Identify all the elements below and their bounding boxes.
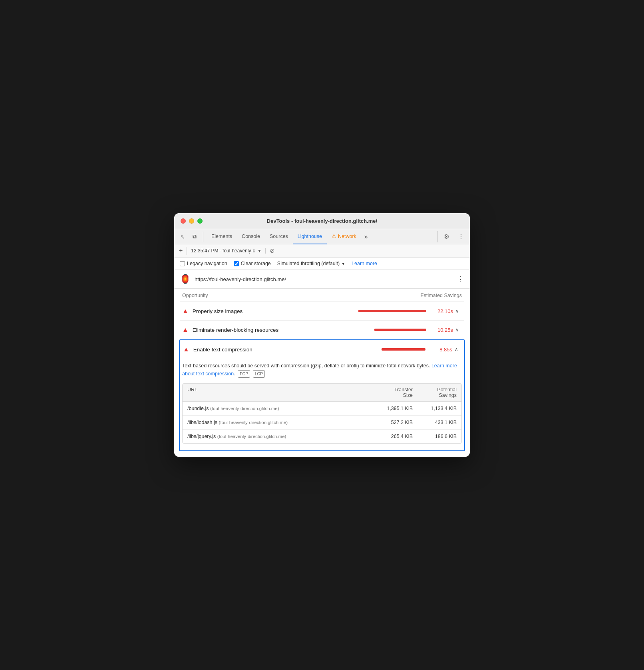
tab-elements-label: Elements	[211, 234, 232, 239]
legacy-nav-checkbox[interactable]	[180, 261, 185, 266]
secondary-toolbar: + 12:35:47 PM - foul-heavenly-c ▼ ⊘	[174, 244, 470, 258]
url-menu-button[interactable]: ⋮	[457, 275, 464, 283]
devtools-window: DevTools - foul-heavenly-direction.glitc…	[174, 213, 470, 457]
resource-url-1: /bundle.js (foul-heavenly-direction.glit…	[187, 406, 369, 411]
column-header-url: URL	[187, 387, 369, 398]
tab-sources-label: Sources	[270, 234, 288, 239]
tabs-right-actions: ⚙ ⋮	[437, 231, 467, 242]
column-header-potential-savings: PotentialSavings	[413, 387, 457, 398]
opportunity-column-header: Opportunity	[182, 293, 208, 298]
tabs-list: Elements Console Sources Lighthouse ⚠ Ne…	[207, 229, 437, 244]
url-bar: 🏮 https://foul-heavenly-direction.glitch…	[174, 270, 470, 289]
potential-savings-2: 433.1 KiB	[413, 420, 457, 425]
options-bar: Legacy navigation Clear storage Simulate…	[174, 258, 470, 270]
table-row: /libs/lodash.js (foul-heavenly-direction…	[183, 416, 461, 430]
opportunity-title-2: Eliminate render-blocking resources	[193, 327, 374, 333]
window-title: DevTools - foul-heavenly-direction.glitc…	[267, 218, 377, 224]
session-timestamp: 12:35:47 PM - foul-heavenly-c	[191, 248, 255, 254]
estimated-savings-column-header: Estimated Savings	[420, 293, 462, 298]
potential-savings-1: 1,133.4 KiB	[413, 406, 457, 411]
tab-lighthouse[interactable]: Lighthouse	[293, 229, 327, 244]
cursor-icon: ↖	[180, 234, 185, 240]
throttling-dropdown-icon[interactable]: ▼	[341, 262, 345, 266]
lcp-badge: LCP	[253, 370, 265, 378]
transfer-size-1: 1,395.1 KiB	[369, 406, 413, 411]
tab-network[interactable]: ⚠ Network	[327, 229, 361, 244]
tab-console[interactable]: Console	[237, 229, 265, 244]
expanded-detail-enable-text-compression: Text-based resources should be served wi…	[180, 359, 464, 450]
warning-triangle-icon-1: ▲	[182, 307, 189, 315]
devtools-tabs-bar: ↖ ⧉ Elements Console Sources Lighthouse …	[174, 229, 470, 244]
table-row: /libs/jquery.js (foul-heavenly-direction…	[183, 430, 461, 443]
chevron-up-icon-3: ∧	[455, 347, 461, 352]
chevron-down-icon-1: ∨	[455, 308, 462, 314]
titlebar: DevTools - foul-heavenly-direction.glitc…	[174, 213, 470, 229]
session-info: 12:35:47 PM - foul-heavenly-c ▼	[191, 248, 266, 254]
warning-triangle-icon-2: ▲	[182, 326, 189, 333]
more-options-icon: ⋮	[458, 233, 464, 240]
clear-storage-checkbox[interactable]	[234, 261, 239, 266]
block-icon: ⊘	[270, 247, 275, 254]
url-path-2: /libs/lodash.js	[187, 420, 217, 425]
throttling-text: Simulated throttling (default)	[277, 261, 340, 266]
savings-time-3: 8.85s	[430, 347, 452, 353]
fcp-badge: FCP	[238, 370, 250, 378]
warning-triangle-icon-3: ▲	[183, 346, 189, 353]
opportunity-row-properly-size-images[interactable]: ▲ Properly size images 22.10s ∨	[180, 302, 464, 321]
maximize-button[interactable]	[197, 218, 203, 224]
url-display: https://foul-heavenly-direction.glitch.m…	[195, 276, 453, 282]
session-dropdown-icon[interactable]: ▼	[257, 249, 261, 253]
transfer-size-2: 527.2 KiB	[369, 420, 413, 425]
savings-bar-2	[374, 329, 426, 331]
opportunity-row-eliminate-render-blocking[interactable]: ▲ Eliminate render-blocking resources 10…	[180, 321, 464, 339]
close-button[interactable]	[181, 218, 186, 224]
settings-icon: ⚙	[444, 233, 449, 240]
traffic-lights	[181, 218, 203, 224]
resource-url-3: /libs/jquery.js (foul-heavenly-direction…	[187, 434, 369, 439]
url-host-3: (foul-heavenly-direction.glitch.me)	[217, 434, 286, 439]
table-header: URL TransferSize PotentialSavings	[183, 384, 461, 402]
opportunity-title-3: Enable text compression	[193, 347, 382, 353]
chevron-down-icon-2: ∨	[455, 327, 462, 333]
tab-toolbar-icons: ↖ ⧉	[177, 232, 203, 242]
tab-console-label: Console	[242, 234, 260, 239]
expanded-description: Text-based resources should be served wi…	[182, 362, 462, 378]
potential-savings-3: 186.6 KiB	[413, 434, 457, 439]
opportunity-row-enable-text-compression[interactable]: ▲ Enable text compression 8.85s ∧	[180, 340, 464, 359]
url-path-1: /bundle.js	[187, 406, 209, 411]
savings-time-2: 10.25s	[431, 327, 453, 333]
savings-bar-1	[358, 310, 426, 312]
lighthouse-logo-icon: 🏮	[180, 274, 191, 284]
tab-sources[interactable]: Sources	[265, 229, 293, 244]
legacy-nav-checkbox-label[interactable]: Legacy navigation	[180, 261, 227, 266]
more-options-button[interactable]: ⋮	[455, 231, 467, 242]
settings-button[interactable]: ⚙	[441, 231, 452, 242]
url-host-1: (foul-heavenly-direction.glitch.me)	[210, 406, 279, 411]
throttling-label: Simulated throttling (default) ▼	[277, 261, 345, 266]
resource-url-2: /libs/lodash.js (foul-heavenly-direction…	[187, 420, 369, 425]
more-tabs-button[interactable]: »	[361, 233, 371, 240]
table-row: /bundle.js (foul-heavenly-direction.glit…	[183, 402, 461, 416]
learn-more-link[interactable]: Learn more	[352, 261, 377, 266]
layers-icon: ⧉	[193, 233, 197, 240]
clear-storage-checkbox-label[interactable]: Clear storage	[234, 261, 271, 266]
minimize-button[interactable]	[189, 218, 194, 224]
legacy-nav-label: Legacy navigation	[187, 261, 227, 266]
add-session-button[interactable]: +	[179, 247, 183, 254]
resource-table: URL TransferSize PotentialSavings /bundl…	[182, 383, 462, 444]
tab-network-label: Network	[338, 234, 356, 239]
opportunity-title-1: Properly size images	[193, 308, 358, 314]
main-content: Opportunity Estimated Savings ▲ Properly…	[174, 289, 470, 457]
transfer-size-3: 265.4 KiB	[369, 434, 413, 439]
url-path-3: /libs/jquery.js	[187, 434, 216, 439]
layers-icon-button[interactable]: ⧉	[189, 232, 200, 242]
opportunity-row-expanded-container: ▲ Enable text compression 8.85s ∧ Text-b…	[179, 339, 465, 451]
savings-time-1: 22.10s	[431, 308, 453, 314]
description-text-part1: Text-based resources should be served wi…	[182, 363, 430, 369]
savings-bar-3	[382, 348, 425, 351]
cursor-icon-button[interactable]: ↖	[177, 232, 188, 242]
network-warning-icon: ⚠	[332, 233, 336, 239]
opportunities-header: Opportunity Estimated Savings	[180, 289, 464, 302]
tab-elements[interactable]: Elements	[207, 229, 237, 244]
url-host-2: (foul-heavenly-direction.glitch.me)	[219, 420, 288, 425]
